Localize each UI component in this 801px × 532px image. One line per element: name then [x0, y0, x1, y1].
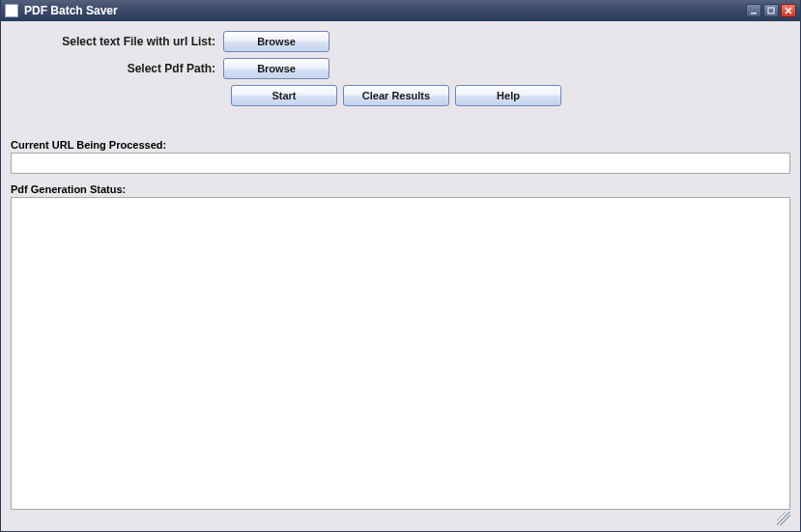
resize-grip-icon[interactable]	[777, 512, 790, 525]
current-url-input[interactable]	[11, 153, 790, 174]
generation-status-box[interactable]	[11, 197, 790, 510]
row-url-list: Select text File with url List: Browse	[11, 31, 790, 52]
row-pdf-path: Select Pdf Path: Browse	[11, 58, 790, 79]
label-generation-status: Pdf Generation Status:	[11, 183, 790, 195]
browse-url-list-button[interactable]: Browse	[223, 31, 329, 52]
label-current-url: Current URL Being Processed:	[11, 139, 790, 151]
clear-results-button[interactable]: Clear Results	[343, 85, 449, 106]
svg-rect-0	[751, 13, 757, 14]
start-button[interactable]: Start	[231, 85, 337, 106]
content-area: Select text File with url List: Browse S…	[1, 21, 800, 531]
window-title: PDF Batch Saver	[24, 4, 746, 17]
svg-rect-1	[768, 8, 774, 14]
maximize-button[interactable]	[763, 4, 779, 17]
help-button[interactable]: Help	[455, 85, 561, 106]
app-window: PDF Batch Saver Select text File with ur…	[0, 0, 801, 532]
minimize-button[interactable]	[746, 4, 761, 17]
title-bar[interactable]: PDF Batch Saver	[1, 0, 800, 21]
action-button-row: Start Clear Results Help	[231, 85, 790, 106]
browse-pdf-path-button[interactable]: Browse	[223, 58, 329, 79]
window-controls	[746, 4, 796, 17]
label-url-list: Select text File with url List:	[11, 35, 223, 48]
close-button[interactable]	[781, 4, 796, 17]
app-icon	[5, 4, 18, 17]
label-pdf-path: Select Pdf Path:	[11, 62, 223, 75]
